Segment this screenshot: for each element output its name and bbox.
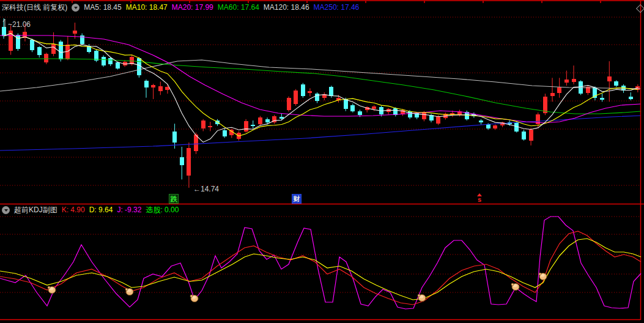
event-marker-3[interactable]: s <box>476 193 483 202</box>
kdj-panel-header: 超前KDJ副图 K: 4.90 D: 9.64 J: -9.32 选股: 0.0… <box>2 206 179 215</box>
buy-signal-hand-icon <box>539 273 547 280</box>
event-marker-2[interactable]: 财 <box>292 194 302 204</box>
event-marker-text: s <box>478 196 481 203</box>
trading-app-window: ~21.06←14.74 深科技(日线 前复权) MA5: 18.45 MA10… <box>0 0 644 323</box>
ma20-legend: MA20: 17.99 <box>172 3 213 12</box>
chevron-down-icon[interactable] <box>2 206 10 214</box>
xuangu-value: 选股: 0.00 <box>146 206 179 215</box>
buy-signal-hand-icon <box>125 288 133 295</box>
kdj-panel-title: 超前KDJ副图 <box>14 206 57 215</box>
event-marker-1[interactable]: 跌 <box>169 194 179 204</box>
lowest-price-label: ←14.74 <box>193 185 219 193</box>
j-value: J: -9.32 <box>117 206 141 215</box>
ma60-legend: MA60: 17.64 <box>218 3 259 12</box>
k-value: K: 4.90 <box>62 206 85 215</box>
ma120-legend: MA120: 18.46 <box>264 3 309 12</box>
buy-signal-hand-icon <box>48 286 56 294</box>
d-value: D: 9.64 <box>89 206 113 215</box>
event-marker-text: 财 <box>294 195 300 202</box>
candlestick-kdj-chart-canvas[interactable]: ~21.06←14.74 <box>0 0 644 323</box>
event-marker-text: 跌 <box>171 195 177 202</box>
buy-signal-hand-icon <box>418 294 426 302</box>
ma250-legend: MA250: 17.46 <box>314 3 360 12</box>
buy-signal-hand-icon <box>511 283 519 291</box>
highest-price-label: ~21.06 <box>8 20 31 29</box>
main-chart-header: 深科技(日线 前复权) MA5: 18.45 MA10: 18.47 MA20:… <box>2 3 359 12</box>
ma5-legend: MA5: 18.45 <box>84 3 121 12</box>
ma10-legend: MA10: 18.47 <box>126 3 168 12</box>
chevron-down-icon[interactable] <box>72 4 80 12</box>
stock-title: 深科技(日线 前复权) <box>2 3 67 12</box>
buy-signal-hand-icon <box>190 295 198 302</box>
